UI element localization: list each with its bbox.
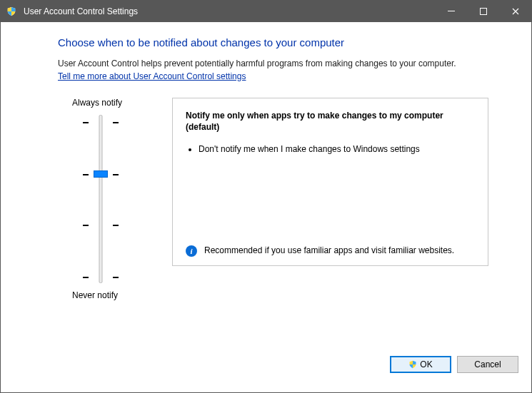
- svg-rect-1: [480, 9, 486, 15]
- slider-tick: [83, 225, 119, 226]
- titlebar[interactable]: User Account Control Settings: [1, 1, 531, 22]
- slider-column: Always notify Never notify: [58, 98, 144, 300]
- slider-thumb[interactable]: [94, 170, 108, 178]
- panel-footer: i Recommended if you use familiar apps a…: [186, 239, 475, 257]
- content-area: Choose when to be notified about changes…: [1, 22, 531, 347]
- notification-slider[interactable]: [83, 115, 119, 283]
- panel-bullet: Don't notify me when I make changes to W…: [199, 143, 475, 155]
- slider-tick: [83, 122, 119, 123]
- ok-button-label: OK: [420, 359, 432, 369]
- uac-shield-icon: [408, 360, 417, 369]
- description-line: User Account Control helps prevent poten…: [58, 58, 456, 68]
- slider-label-top: Always notify: [58, 98, 122, 108]
- learn-more-link[interactable]: Tell me more about User Account Control …: [58, 71, 246, 83]
- window-title: User Account Control Settings: [24, 6, 138, 16]
- uac-settings-window: User Account Control Settings Choose whe…: [0, 0, 532, 393]
- panel-footer-text: Recommended if you use familiar apps and…: [204, 245, 454, 256]
- uac-shield-icon: [6, 6, 16, 16]
- ok-button[interactable]: OK: [390, 356, 451, 373]
- panel-bullet-list: Don't notify me when I make changes to W…: [186, 143, 475, 159]
- minimize-button[interactable]: [435, 1, 467, 22]
- slider-label-bottom: Never notify: [58, 290, 118, 300]
- close-button[interactable]: [499, 1, 531, 22]
- maximize-button[interactable]: [467, 1, 499, 22]
- slider-track: [99, 115, 103, 283]
- panel-title: Notify me only when apps try to make cha…: [186, 110, 475, 133]
- description-text: User Account Control helps prevent poten…: [58, 58, 488, 82]
- description-panel: Notify me only when apps try to make cha…: [172, 98, 488, 266]
- page-heading: Choose when to be notified about changes…: [58, 36, 488, 49]
- button-row: OK Cancel: [1, 347, 531, 392]
- cancel-button[interactable]: Cancel: [457, 356, 518, 373]
- svg-rect-0: [448, 11, 455, 11]
- slider-tick: [83, 277, 119, 278]
- info-icon: i: [186, 245, 197, 257]
- cancel-button-label: Cancel: [474, 359, 501, 369]
